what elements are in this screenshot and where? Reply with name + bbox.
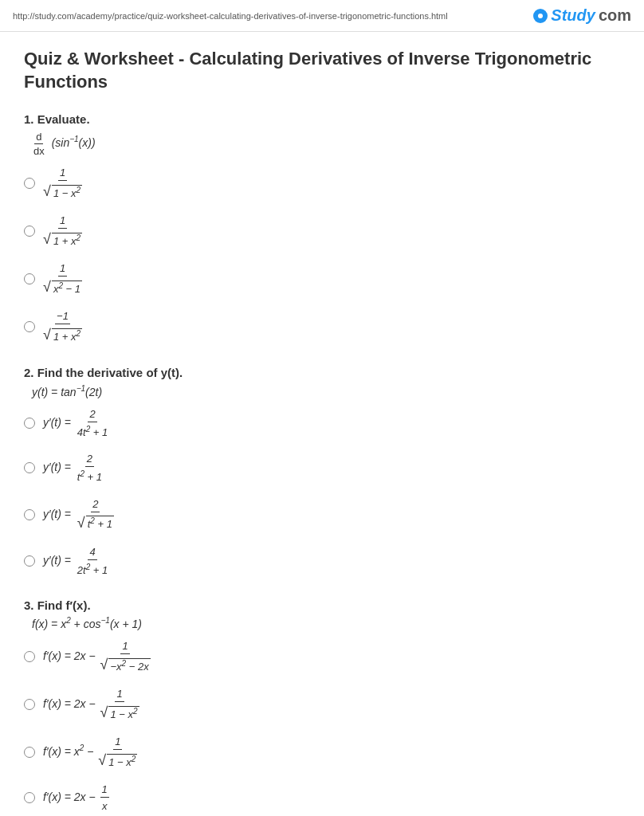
radio-q3d[interactable] (24, 792, 35, 803)
main-content: Quiz & Worksheet - Calculating Derivativ… (0, 32, 644, 816)
q3d-label: f′(x) = 2x − 1 x (43, 783, 109, 812)
q3a-label: f′(x) = 2x − 1 √−x2 − 2x (43, 640, 151, 673)
radio-q2c[interactable] (24, 509, 35, 520)
radio-q3c[interactable] (24, 747, 35, 758)
q3b-label: f′(x) = 2x − 1 √1 − x2 (43, 688, 139, 721)
url-bar: http://study.com/academy/practice/quiz-w… (13, 11, 533, 21)
question-1-option-d[interactable]: −1 √1 + x2 (24, 310, 620, 343)
q2c-label: y′(t) = 2 √t2 + 1 (43, 498, 114, 532)
question-1-label: 1. Evaluate. (24, 112, 620, 126)
q1a-label: 1 √1 − x2 (43, 167, 82, 200)
question-2-option-a[interactable]: y′(t) = 2 4t2 + 1 (24, 408, 620, 438)
radio-q2b[interactable] (24, 462, 35, 473)
q1c-label: 1 √x2 − 1 (43, 262, 82, 296)
page-header: http://study.com/academy/practice/quiz-w… (0, 0, 644, 32)
radio-q1a[interactable] (24, 178, 35, 189)
question-3-option-a[interactable]: f′(x) = 2x − 1 √−x2 − 2x (24, 640, 620, 673)
question-2-formula: y(t) = tan−1(2t) (24, 384, 620, 398)
logo-icon (533, 9, 548, 23)
radio-q2a[interactable] (24, 418, 35, 429)
logo-study: Study (551, 6, 595, 25)
question-3: 3. Find f′(x). f(x) = x2 + cos−1(x + 1) … (24, 598, 620, 813)
radio-q1d[interactable] (24, 321, 35, 332)
question-1: 1. Evaluate. d dx (sin−1(x)) 1 √1 − x2 (24, 112, 620, 343)
question-1-option-a[interactable]: 1 √1 − x2 (24, 167, 620, 200)
q3c-label: f′(x) = x2 − 1 √1 − x2 (43, 736, 137, 769)
question-3-formula: f(x) = x2 + cos−1(x + 1) (24, 617, 620, 631)
radio-q1b[interactable] (24, 226, 35, 237)
q2d-label: y′(t) = 4 2t2 + 1 (43, 546, 108, 576)
logo[interactable]: Studycom (533, 6, 631, 25)
logo-com: com (599, 6, 631, 25)
question-3-func: f(x) = x2 + cos−1(x + 1) (32, 618, 142, 630)
question-2: 2. Find the derivative of y(t). y(t) = t… (24, 366, 620, 576)
question-3-option-c[interactable]: f′(x) = x2 − 1 √1 − x2 (24, 736, 620, 769)
question-2-label: 2. Find the derivative of y(t). (24, 366, 620, 379)
question-3-option-d[interactable]: f′(x) = 2x − 1 x (24, 783, 620, 812)
q1d-label: −1 √1 + x2 (43, 310, 82, 343)
radio-q3b[interactable] (24, 699, 35, 710)
question-3-option-b[interactable]: f′(x) = 2x − 1 √1 − x2 (24, 688, 620, 721)
q1b-label: 1 √1 + x2 (43, 214, 82, 248)
radio-q1c[interactable] (24, 273, 35, 284)
question-2-option-d[interactable]: y′(t) = 4 2t2 + 1 (24, 546, 620, 576)
page-title: Quiz & Worksheet - Calculating Derivativ… (24, 48, 620, 93)
radio-q2d[interactable] (24, 555, 35, 567)
d-dx-operator: d dx (32, 131, 46, 157)
question-3-label: 3. Find f′(x). (24, 598, 620, 612)
question-1-func: (sin−1(x)) (52, 136, 96, 149)
q2a-label: y′(t) = 2 4t2 + 1 (43, 408, 108, 438)
q2b-label: y′(t) = 2 t2 + 1 (43, 453, 102, 483)
radio-q3a[interactable] (24, 651, 35, 662)
question-2-option-c[interactable]: y′(t) = 2 √t2 + 1 (24, 498, 620, 532)
question-1-formula: d dx (sin−1(x)) (24, 131, 620, 157)
question-2-option-b[interactable]: y′(t) = 2 t2 + 1 (24, 453, 620, 483)
question-1-option-b[interactable]: 1 √1 + x2 (24, 214, 620, 248)
question-2-func: y(t) = tan−1(2t) (32, 386, 102, 398)
question-1-option-c[interactable]: 1 √x2 − 1 (24, 262, 620, 296)
